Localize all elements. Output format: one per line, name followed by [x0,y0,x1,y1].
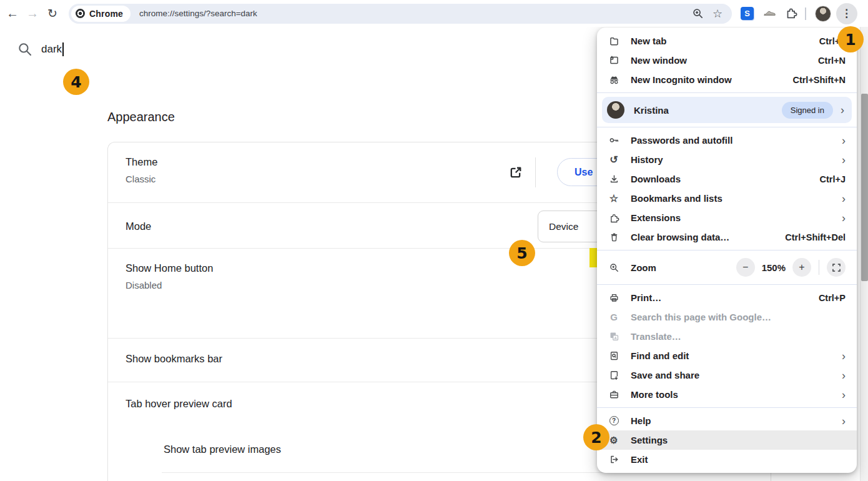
text-caret [62,42,64,56]
profile-name: Kristina [634,105,669,116]
incognito-icon [607,74,621,85]
menu-item-clear-data[interactable]: Clear browsing data… Ctrl+Shift+Del [597,227,857,247]
search-input-value[interactable]: dark [41,43,62,56]
three-dot-menu-button[interactable]: ⋮ [836,3,857,24]
extensions-puzzle-icon[interactable] [785,6,797,21]
annotation-badge-1: 1 [837,26,864,52]
chrome-menu: New tab Ctrl+T New window Ctrl+N New Inc… [597,27,857,473]
menu-item-history[interactable]: ↺ History › [597,150,857,169]
extension-sneaker-icon[interactable] [762,6,776,22]
translate-icon [607,331,621,342]
extension-s-icon[interactable]: S [741,7,754,20]
site-chip[interactable]: Chrome [71,6,131,22]
page-scrollbar[interactable] [860,27,868,481]
reload-icon[interactable]: ↻ [42,4,62,24]
chevron-right-icon: › [842,350,846,362]
chevron-right-icon: › [842,193,846,204]
menu-separator [597,250,857,250]
history-icon: ↺ [607,154,621,166]
toolbar-divider [805,7,806,20]
google-g-icon: G [607,312,621,322]
trash-icon [607,232,621,242]
menu-item-extensions[interactable]: Extensions › [597,208,857,227]
bookmark-star-icon[interactable]: ☆ [709,7,726,21]
menu-item-find-edit[interactable]: Find and edit › [597,346,857,365]
show-tab-preview-images-label: Show tab preview images [164,444,281,455]
browser-toolbar: ← → ↻ Chrome chrome://settings/?search=d… [0,0,868,27]
tab-hover-preview-label: Tab hover preview card [126,398,232,410]
zoom-in-button[interactable]: + [792,258,811,277]
exit-icon [607,454,621,465]
menu-item-new-tab[interactable]: New tab Ctrl+T [597,31,857,51]
new-window-icon [607,55,621,66]
menu-item-help[interactable]: ? Help › [597,411,857,430]
menu-item-search-google: G Search this page with Google… [597,307,857,327]
address-bar[interactable]: Chrome chrome://settings/?search=dark ☆ [69,4,732,24]
search-icon [17,42,32,57]
menu-item-downloads[interactable]: Downloads Ctrl+J [597,169,857,189]
download-icon [607,174,621,184]
chevron-right-icon: › [842,389,846,400]
menu-separator [597,284,857,285]
menu-item-save-share[interactable]: Save and share › [597,365,857,385]
back-icon[interactable]: ← [2,4,22,24]
chevron-right-icon: › [842,135,846,146]
signed-in-badge: Signed in [782,102,833,119]
home-button-value: Disabled [126,280,213,290]
url-text[interactable]: chrome://settings/?search=dark [139,9,689,18]
menu-item-passwords[interactable]: Passwords and autofill › [597,131,857,150]
menu-item-new-window[interactable]: New window Ctrl+N [597,51,857,70]
mode-label: Mode [126,221,151,232]
menu-item-new-incognito[interactable]: New Incognito window Ctrl+Shift+N [597,70,857,89]
section-heading: Appearance [107,110,175,124]
chevron-right-icon: › [842,370,846,381]
show-home-button-row[interactable]: Show Home button Disabled [126,262,213,290]
home-button-label: Show Home button [126,262,213,274]
profile-avatar[interactable] [815,6,831,22]
star-icon: ☆ [607,192,621,204]
printer-icon [607,292,621,303]
menu-item-print[interactable]: Print… Ctrl+P [597,288,857,307]
help-icon: ? [607,416,621,425]
theme-divider [535,157,536,187]
three-dot-icon: ⋮ [841,7,852,20]
menu-item-bookmarks[interactable]: ☆ Bookmarks and lists › [597,189,857,208]
briefcase-icon [607,389,621,400]
theme-row[interactable]: Theme Classic [126,156,157,184]
menu-separator [597,92,857,93]
show-bookmarks-bar-label: Show bookmarks bar [126,353,222,365]
chrome-logo-icon [76,9,85,18]
theme-label: Theme [126,156,157,168]
save-page-icon [607,370,621,380]
puzzle-icon [607,212,621,223]
menu-separator [597,127,857,127]
site-chip-label: Chrome [89,9,123,19]
theme-value: Classic [126,174,157,184]
menu-item-translate: Translate… [597,327,857,346]
new-tab-icon [607,36,621,46]
profile-avatar [607,101,624,119]
chevron-right-icon: › [842,415,846,427]
zoom-out-button[interactable]: − [736,258,755,277]
zoom-level: 150% [760,262,787,273]
menu-item-zoom: Zoom − 150% + [597,254,857,281]
external-link-icon[interactable] [508,165,523,183]
chevron-right-icon: › [842,154,846,166]
menu-item-settings[interactable]: ⚙ Settings [597,430,857,450]
scrollbar-thumb[interactable] [861,94,868,281]
annotation-badge-4: 4 [63,69,89,95]
extension-icons: S [741,6,797,22]
annotation-badge-2: 2 [583,424,609,450]
settings-search[interactable]: dark [17,42,64,57]
zoom-in-icon [607,262,621,273]
chevron-right-icon: › [842,212,846,224]
find-page-icon [607,350,621,361]
chevron-right-icon: › [841,104,844,116]
menu-item-profile[interactable]: Kristina Signed in › [597,96,857,124]
fullscreen-button[interactable] [827,258,846,277]
menu-item-more-tools[interactable]: More tools › [597,385,857,404]
forward-icon: → [22,4,42,24]
key-icon [607,135,621,146]
zoom-in-page-icon[interactable] [689,7,706,19]
menu-item-exit[interactable]: Exit [597,450,857,469]
